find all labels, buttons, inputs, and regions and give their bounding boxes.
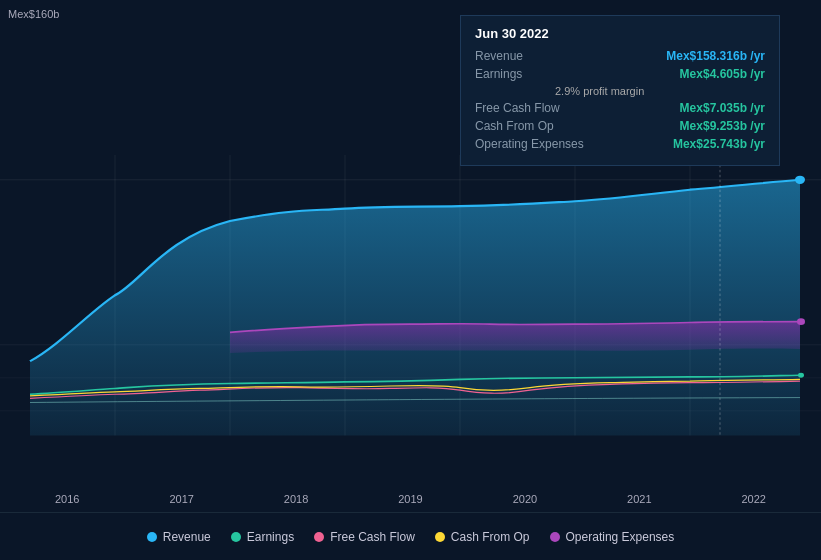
tooltip-row-earnings: Earnings Mex$4.605b /yr <box>475 67 765 81</box>
tooltip-value-opex: Mex$25.743b /yr <box>673 137 765 151</box>
legend-item-earnings[interactable]: Earnings <box>231 530 294 544</box>
tooltip-row-opex: Operating Expenses Mex$25.743b /yr <box>475 137 765 151</box>
tooltip-row-fcf: Free Cash Flow Mex$7.035b /yr <box>475 101 765 115</box>
x-label-2019: 2019 <box>398 493 422 505</box>
legend-label-fcf: Free Cash Flow <box>330 530 415 544</box>
tooltip-label-revenue: Revenue <box>475 49 523 63</box>
legend-item-opex[interactable]: Operating Expenses <box>550 530 675 544</box>
tooltip-value-cashop: Mex$9.253b /yr <box>680 119 765 133</box>
earnings-dot <box>798 373 804 378</box>
legend-label-revenue: Revenue <box>163 530 211 544</box>
legend-item-cashop[interactable]: Cash From Op <box>435 530 530 544</box>
tooltip-row-cashop: Cash From Op Mex$9.253b /yr <box>475 119 765 133</box>
legend-dot-cashop <box>435 532 445 542</box>
tooltip-title: Jun 30 2022 <box>475 26 765 41</box>
legend-label-opex: Operating Expenses <box>566 530 675 544</box>
tooltip-value-revenue: Mex$158.316b /yr <box>666 49 765 63</box>
tooltip-value-fcf: Mex$7.035b /yr <box>680 101 765 115</box>
x-axis: 2016 2017 2018 2019 2020 2021 2022 <box>0 493 821 505</box>
legend-dot-fcf <box>314 532 324 542</box>
legend-dot-earnings <box>231 532 241 542</box>
tooltip-label-fcf: Free Cash Flow <box>475 101 560 115</box>
x-label-2017: 2017 <box>169 493 193 505</box>
x-label-2018: 2018 <box>284 493 308 505</box>
revenue-dot <box>795 176 805 184</box>
tooltip-row-revenue: Revenue Mex$158.316b /yr <box>475 49 765 63</box>
legend-dot-opex <box>550 532 560 542</box>
tooltip-label-opex: Operating Expenses <box>475 137 584 151</box>
tooltip-sub-earnings: 2.9% profit margin <box>475 85 765 97</box>
legend-item-fcf[interactable]: Free Cash Flow <box>314 530 415 544</box>
x-label-2022: 2022 <box>742 493 766 505</box>
legend-label-earnings: Earnings <box>247 530 294 544</box>
tooltip-value-earnings: Mex$4.605b /yr <box>680 67 765 81</box>
data-tooltip: Jun 30 2022 Revenue Mex$158.316b /yr Ear… <box>460 15 780 166</box>
x-label-2021: 2021 <box>627 493 651 505</box>
opex-dot <box>797 318 805 325</box>
chart-svg <box>0 155 821 485</box>
tooltip-label-cashop: Cash From Op <box>475 119 554 133</box>
tooltip-label-earnings: Earnings <box>475 67 522 81</box>
x-label-2016: 2016 <box>55 493 79 505</box>
y-label-top: Mex$160b <box>8 8 59 20</box>
legend-item-revenue[interactable]: Revenue <box>147 530 211 544</box>
legend-label-cashop: Cash From Op <box>451 530 530 544</box>
legend-dot-revenue <box>147 532 157 542</box>
chart-legend: Revenue Earnings Free Cash Flow Cash Fro… <box>0 512 821 560</box>
x-label-2020: 2020 <box>513 493 537 505</box>
